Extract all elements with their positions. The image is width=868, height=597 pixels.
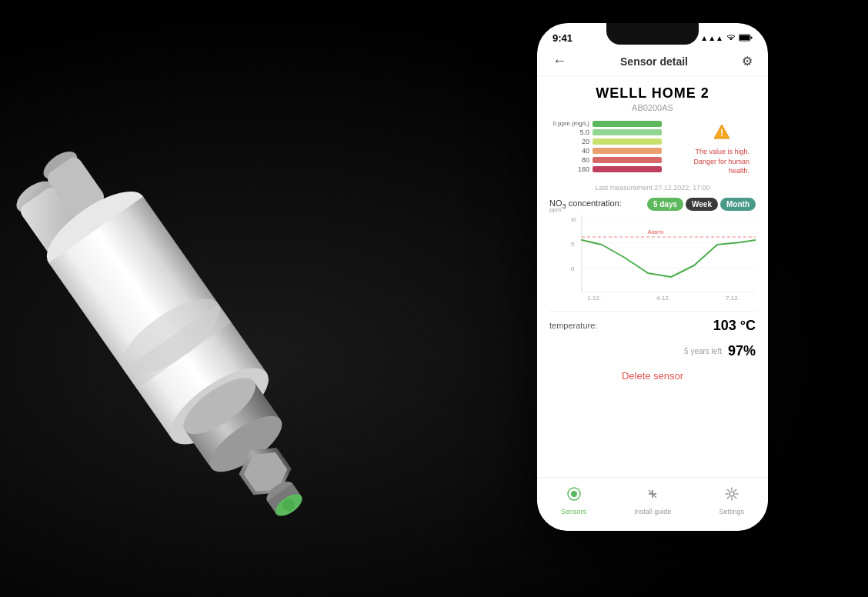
status-time: 9:41 xyxy=(553,32,573,44)
battery-years-label: 5 years left xyxy=(684,347,722,355)
tab-month[interactable]: Month xyxy=(720,198,756,211)
legend-label-4: 80 xyxy=(549,156,589,164)
svg-text:75: 75 xyxy=(571,241,575,248)
device-name: WELLL HOME 2 xyxy=(549,85,756,102)
tab-install-guide[interactable]: Install guide xyxy=(634,486,671,515)
legend-bar-4 xyxy=(593,157,662,163)
legend-label-3: 40 xyxy=(549,147,589,155)
phone-frame: 9:41 ▲▲▲ xyxy=(537,23,768,531)
legend-bar-2 xyxy=(593,138,662,145)
signal-icon: ▲▲▲ xyxy=(700,34,723,42)
settings-icon[interactable]: ⚙ xyxy=(742,54,753,68)
svg-text:50: 50 xyxy=(571,265,575,272)
content-area: WELLL HOME 2 AB0200AS 0 ppm (mg/L) 5.0 xyxy=(537,76,768,389)
settings-tab-icon xyxy=(724,486,739,505)
chart-svg: 100 75 50 Alarm xyxy=(571,215,756,300)
svg-point-37 xyxy=(571,491,577,497)
tab-5days[interactable]: 5 days xyxy=(647,198,683,211)
battery-percent-value: 97% xyxy=(728,343,756,359)
warning-icon: ! xyxy=(713,123,731,144)
time-tabs: 5 days Week Month xyxy=(647,198,756,211)
notch xyxy=(606,23,699,45)
legend-item-1: 5.0 xyxy=(549,128,679,136)
legend-bar-1 xyxy=(593,129,662,135)
chart-container: ppm 100 75 50 xyxy=(571,215,756,303)
legend-item-4: 80 xyxy=(549,156,679,164)
delete-sensor-button[interactable]: Delete sensor xyxy=(549,362,756,389)
legend-bar-0 xyxy=(593,121,662,127)
last-measurement: Last measurement 27.12.2022, 17:00 xyxy=(549,184,756,192)
no3-header: NO3 concentration: 5 days Week Month xyxy=(549,198,756,211)
tab-week[interactable]: Week xyxy=(686,198,718,211)
nav-bar: ← Sensor detail ⚙ xyxy=(537,47,768,76)
legend-item-2: 20 xyxy=(549,138,679,145)
svg-text:100: 100 xyxy=(571,216,576,223)
wifi-icon xyxy=(726,34,736,43)
status-icons: ▲▲▲ xyxy=(700,34,753,43)
legend-label-1: 5.0 xyxy=(549,128,589,136)
sensor-device-image xyxy=(0,62,346,523)
svg-text:!: ! xyxy=(720,128,723,138)
warning-box: ! The value is high.Danger for humanheal… xyxy=(687,120,756,179)
no3-section: NO3 concentration: 5 days Week Month ppm xyxy=(549,198,756,303)
svg-text:Alarm: Alarm xyxy=(648,228,664,235)
temperature-label: temperature: xyxy=(549,321,597,330)
back-button[interactable]: ← xyxy=(553,53,566,69)
tab-bar: Sensors Install guide xyxy=(537,477,768,531)
temperature-value: 103 °C xyxy=(713,318,756,334)
tab-settings[interactable]: Settings xyxy=(719,486,744,515)
legend-item-5: 160 xyxy=(549,165,679,173)
svg-text:7.12.: 7.12. xyxy=(726,295,739,300)
svg-text:1.12.: 1.12. xyxy=(587,295,601,300)
install-guide-tab-label: Install guide xyxy=(634,508,671,515)
install-guide-tab-icon xyxy=(645,486,660,505)
settings-tab-label: Settings xyxy=(719,508,744,515)
nav-title: Sensor detail xyxy=(620,55,688,68)
chart-y-unit: ppm xyxy=(549,206,562,213)
phone-container: 9:41 ▲▲▲ xyxy=(537,23,768,546)
phone-screen: 9:41 ▲▲▲ xyxy=(537,23,768,531)
legend-label-2: 20 xyxy=(549,138,589,145)
legend-item-0: 0 ppm (mg/L) xyxy=(549,120,679,127)
legend-bar-3 xyxy=(593,148,662,154)
svg-rect-19 xyxy=(739,35,749,40)
svg-text:4.12.: 4.12. xyxy=(656,295,670,300)
temperature-section: temperature: 103 °C xyxy=(549,311,756,340)
sensors-tab-label: Sensors xyxy=(561,508,586,515)
legend-section: 0 ppm (mg/L) 5.0 20 40 xyxy=(549,120,756,179)
sensors-tab-icon xyxy=(566,486,582,505)
svg-point-41 xyxy=(729,492,734,496)
warning-text: The value is high.Danger for humanhealth… xyxy=(693,147,749,176)
legend-bar-5 xyxy=(593,166,662,172)
device-id: AB0200AS xyxy=(549,103,756,112)
battery-status-icon xyxy=(739,34,753,43)
legend-bars: 0 ppm (mg/L) 5.0 20 40 xyxy=(549,120,679,173)
legend-item-3: 40 xyxy=(549,147,679,155)
svg-rect-20 xyxy=(751,36,753,38)
legend-label-0: 0 ppm (mg/L) xyxy=(549,120,589,127)
battery-section: 5 years left 97% xyxy=(549,340,756,362)
tab-sensors[interactable]: Sensors xyxy=(561,486,586,515)
legend-label-5: 160 xyxy=(549,165,589,173)
